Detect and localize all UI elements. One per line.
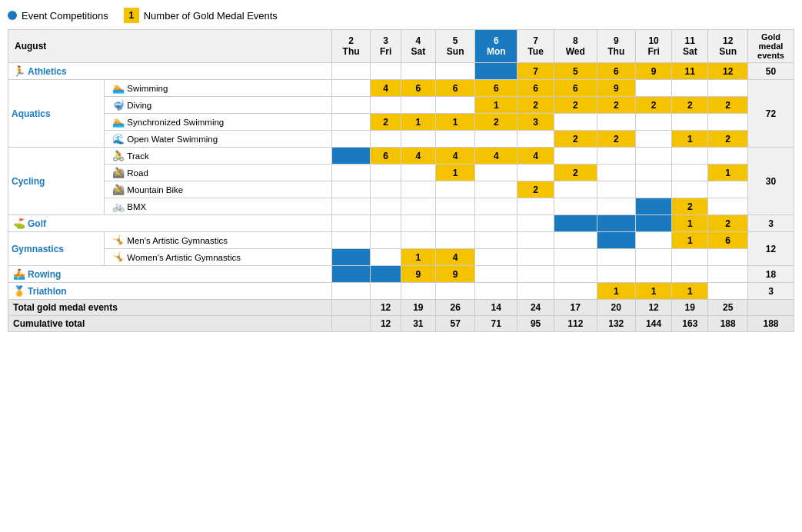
blue-dot xyxy=(348,253,355,261)
day-7-tue: 7Tue xyxy=(517,30,554,63)
aquatics-gold: 72 xyxy=(748,80,794,148)
total-cell-9: 19 xyxy=(672,300,708,316)
cumulative-cell-1: 12 xyxy=(371,316,401,332)
mountain-bike-row: 🚵Mountain Bike 2 xyxy=(8,181,794,198)
swimming-cell-8 xyxy=(635,80,671,97)
day-9-thu: 9Thu xyxy=(597,30,635,63)
triathlon-icon: 🏅 xyxy=(13,285,25,297)
track-label: 🚴Track xyxy=(105,148,332,165)
legend: Event Competitions 1 Number of Gold Meda… xyxy=(8,8,794,23)
day-12-sun: 12Sun xyxy=(708,30,748,63)
bmx-icon: 🚲 xyxy=(112,201,125,212)
aquatics-label: Aquatics xyxy=(8,80,105,148)
day-8-wed: 8Wed xyxy=(554,30,597,63)
athletics-cell-1 xyxy=(371,63,401,80)
legend-gold-events: 1 Number of Gold Medal Events xyxy=(124,8,278,23)
triathlon-gold: 3 xyxy=(748,283,794,300)
total-cell-10: 25 xyxy=(708,300,748,316)
total-cell-6: 17 xyxy=(554,300,597,316)
mountain-bike-label: 🚵Mountain Bike xyxy=(105,181,332,198)
road-icon: 🚵 xyxy=(112,167,125,178)
golf-label: ⛳Golf xyxy=(8,215,332,232)
gymnastics-gold: 12 xyxy=(748,232,794,266)
rowing-label: 🚣Rowing xyxy=(8,266,332,283)
mens-artistic-row: Gymnastics 🤸Men's Artistic Gymnastics 1 … xyxy=(8,232,794,249)
swimming-row: Aquatics 🏊Swimming 4 6 6 6 6 6 9 72 xyxy=(8,80,794,97)
athletics-cell-7: 6 xyxy=(597,63,635,80)
athletics-cell-6: 5 xyxy=(554,63,597,80)
bmx-label: 🚲BMX xyxy=(105,198,332,215)
cumulative-grand-total: 188 xyxy=(748,316,794,332)
track-icon: 🚴 xyxy=(112,150,125,161)
gold-number-box: 1 xyxy=(124,8,139,23)
gold-col-header: Gold medal events xyxy=(748,30,794,63)
schedule-table: August 2Thu 3Fri 4Sat 5Sun 6Mon 7Tue 8We… xyxy=(8,29,794,332)
grand-total xyxy=(748,300,794,316)
athletics-icon: 🏃 xyxy=(13,65,25,77)
blue-dot xyxy=(348,151,355,159)
womens-artistic-label: 🤸Women's Artistic Gymnastics xyxy=(105,249,332,266)
athletics-cell-10: 12 xyxy=(708,63,748,80)
golf-row: ⛳Golf 1 2 3 xyxy=(8,215,794,232)
blue-dot xyxy=(612,236,620,244)
gymnastics-label: Gymnastics xyxy=(8,232,105,266)
legend-event-label: Event Competitions xyxy=(22,10,108,22)
rowing-row: 🚣Rowing 9 9 18 xyxy=(8,266,794,283)
swimming-cell-7: 9 xyxy=(597,80,635,97)
cumulative-label: Cumulative total xyxy=(8,316,332,332)
swimming-cell-2: 6 xyxy=(401,80,435,97)
total-cell-2: 19 xyxy=(401,300,435,316)
blue-dot xyxy=(571,219,579,227)
open-water-label: 🌊Open Water Swimming xyxy=(105,131,332,148)
swimming-cell-3: 6 xyxy=(435,80,475,97)
total-row: Total gold medal events 12 19 26 14 24 1… xyxy=(8,300,794,316)
diving-icon: 🤿 xyxy=(112,99,125,111)
athletics-cell-5: 7 xyxy=(517,63,554,80)
swimming-label: 🏊Swimming xyxy=(105,80,332,97)
day-3-fri: 3Fri xyxy=(371,30,401,63)
swimming-cell-5: 6 xyxy=(517,80,554,97)
triathlon-label: 🏅Triathlon xyxy=(8,283,332,300)
rowing-gold: 18 xyxy=(748,266,794,283)
blue-dot xyxy=(492,67,500,75)
swimming-cell-6: 6 xyxy=(554,80,597,97)
sync-icon: 🏊 xyxy=(112,116,125,128)
day-5-sun: 5Sun xyxy=(435,30,475,63)
swimming-cell-4: 6 xyxy=(475,80,517,97)
day-2-thu: 2Thu xyxy=(331,30,370,63)
road-label: 🚵Road xyxy=(105,165,332,181)
legend-gold-label: Number of Gold Medal Events xyxy=(144,10,278,22)
blue-dot xyxy=(382,270,390,278)
swimming-cell-9 xyxy=(672,80,708,97)
athletics-cell-2 xyxy=(401,63,435,80)
total-cell-0 xyxy=(331,300,370,316)
womens-artistic-icon: 🤸 xyxy=(112,251,125,263)
athletics-label: 🏃Athletics xyxy=(8,63,332,80)
open-water-icon: 🌊 xyxy=(112,133,125,145)
total-cell-5: 24 xyxy=(517,300,554,316)
cumulative-cell-2: 31 xyxy=(401,316,435,332)
day-10-fri: 10Fri xyxy=(635,30,671,63)
cumulative-cell-10: 188 xyxy=(708,316,748,332)
blue-dot xyxy=(348,270,355,278)
diving-row: 🤿Diving 1 2 2 2 2 2 2 xyxy=(8,97,794,114)
month-header: August xyxy=(8,30,332,63)
total-cell-7: 20 xyxy=(597,300,635,316)
track-row: Cycling 🚴Track 6 4 4 4 4 30 xyxy=(8,148,794,165)
athletics-cell-0 xyxy=(331,63,370,80)
total-cell-4: 14 xyxy=(475,300,517,316)
cycling-gold: 30 xyxy=(748,148,794,215)
diving-label: 🤿Diving xyxy=(105,97,332,114)
cumulative-cell-7: 132 xyxy=(597,316,635,332)
cumulative-cell-9: 163 xyxy=(672,316,708,332)
swimming-cell-0 xyxy=(331,80,370,97)
mountain-bike-icon: 🚵 xyxy=(112,184,125,195)
total-label: Total gold medal events xyxy=(8,300,332,316)
blue-dot xyxy=(612,219,620,227)
header-row: August 2Thu 3Fri 4Sat 5Sun 6Mon 7Tue 8We… xyxy=(8,30,794,63)
triathlon-row: 🏅Triathlon 1 1 1 3 xyxy=(8,283,794,300)
open-water-row: 🌊Open Water Swimming 2 2 1 2 xyxy=(8,131,794,148)
athletics-gold: 50 xyxy=(748,63,794,80)
cumulative-cell-5: 95 xyxy=(517,316,554,332)
day-4-sat: 4Sat xyxy=(401,30,435,63)
